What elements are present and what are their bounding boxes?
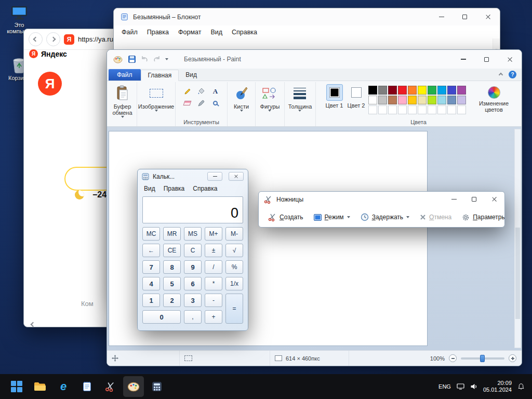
palette-color-cell[interactable] bbox=[437, 86, 446, 95]
calc-key[interactable]: + bbox=[205, 310, 222, 324]
palette-color-cell[interactable] bbox=[408, 96, 417, 104]
image-group[interactable]: Изображение bbox=[137, 82, 176, 126]
palette-color-cell[interactable] bbox=[418, 96, 427, 104]
delay-button[interactable]: Задержать bbox=[355, 209, 415, 225]
menu-format[interactable]: Формат bbox=[174, 27, 206, 37]
calc-key[interactable]: 5 bbox=[163, 277, 181, 290]
start-button[interactable] bbox=[6, 376, 27, 397]
calc-key[interactable]: 0 bbox=[142, 310, 181, 324]
palette-color-cell[interactable] bbox=[437, 96, 446, 104]
calc-key[interactable]: 4 bbox=[142, 277, 160, 290]
palette-color-cell[interactable] bbox=[368, 105, 377, 114]
menu-edit[interactable]: Правка bbox=[159, 183, 189, 195]
menu-help[interactable]: Справка bbox=[189, 183, 221, 195]
calc-key[interactable]: ± bbox=[205, 244, 222, 257]
palette-color-cell[interactable] bbox=[378, 105, 387, 114]
menu-edit[interactable]: Правка bbox=[142, 27, 174, 37]
palette-color-cell[interactable] bbox=[457, 86, 466, 95]
options-button[interactable]: Параметры bbox=[457, 209, 505, 225]
yandex-big-logo[interactable]: Я bbox=[38, 72, 62, 96]
close-button[interactable] bbox=[476, 8, 500, 25]
paint-vertical-scrollbar[interactable] bbox=[514, 129, 521, 348]
tab-file[interactable]: Файл bbox=[109, 69, 141, 81]
palette-color-cell[interactable] bbox=[447, 96, 456, 104]
calc-key[interactable]: 8 bbox=[163, 260, 181, 274]
qat-dropdown-icon[interactable] bbox=[165, 58, 168, 60]
calc-key[interactable]: , bbox=[184, 310, 202, 324]
taskbar-snipping-tool[interactable] bbox=[100, 376, 121, 397]
tab-home[interactable]: Главная bbox=[141, 70, 179, 81]
edit-colors-button[interactable]: Изменение цветов bbox=[475, 84, 513, 113]
taskbar-notepad[interactable] bbox=[76, 376, 97, 397]
color-picker-tool[interactable] bbox=[194, 97, 208, 109]
close-button[interactable] bbox=[498, 50, 522, 69]
calc-key[interactable]: M- bbox=[225, 227, 243, 241]
maximize-button[interactable] bbox=[464, 192, 484, 207]
maximize-button[interactable] bbox=[475, 50, 498, 69]
browser-forward-button[interactable] bbox=[46, 32, 60, 46]
taskbar-calculator[interactable] bbox=[147, 376, 167, 397]
minimize-button[interactable] bbox=[430, 8, 453, 25]
palette-color-cell[interactable] bbox=[388, 96, 397, 104]
taskbar-paint[interactable] bbox=[123, 376, 144, 397]
color1-button[interactable]: Цвет 1 bbox=[325, 84, 344, 109]
palette-color-cell[interactable] bbox=[418, 86, 427, 95]
browser-back-button[interactable] bbox=[29, 32, 43, 46]
palette-color-cell[interactable] bbox=[368, 96, 377, 104]
calc-key[interactable]: / bbox=[205, 260, 222, 274]
pencil-tool[interactable] bbox=[180, 85, 194, 97]
menu-help[interactable]: Справка bbox=[227, 27, 262, 37]
zoom-out-button[interactable] bbox=[449, 354, 457, 362]
calc-key[interactable]: C bbox=[184, 244, 202, 257]
calc-key[interactable]: * bbox=[205, 277, 222, 290]
calc-key[interactable]: 9 bbox=[184, 260, 202, 274]
palette-color-cell[interactable] bbox=[368, 86, 377, 95]
taskbar-file-explorer[interactable] bbox=[30, 376, 50, 397]
menu-view[interactable]: Вид bbox=[140, 183, 159, 195]
notification-bell-icon[interactable] bbox=[517, 383, 525, 390]
magnifier-tool[interactable] bbox=[208, 97, 222, 109]
calc-key[interactable]: 2 bbox=[163, 294, 181, 307]
palette-color-cell[interactable] bbox=[428, 86, 436, 95]
palette-color-cell[interactable] bbox=[428, 96, 436, 104]
palette-color-cell[interactable] bbox=[388, 86, 397, 95]
calc-key[interactable]: = bbox=[225, 294, 243, 324]
palette-color-cell[interactable] bbox=[437, 105, 446, 114]
speaker-icon[interactable] bbox=[470, 383, 477, 390]
calc-key[interactable]: 3 bbox=[184, 294, 202, 307]
palette-color-cell[interactable] bbox=[408, 86, 417, 95]
redo-icon[interactable] bbox=[153, 56, 161, 63]
eraser-tool[interactable] bbox=[180, 97, 194, 109]
tab-view[interactable]: Вид bbox=[179, 69, 204, 81]
minimize-button[interactable] bbox=[207, 172, 222, 181]
palette-color-cell[interactable] bbox=[378, 86, 387, 95]
text-tool[interactable]: A bbox=[208, 85, 222, 97]
palette-color-cell[interactable] bbox=[447, 105, 456, 114]
palette-color-cell[interactable] bbox=[378, 96, 387, 104]
menu-file[interactable]: Файл bbox=[117, 27, 142, 37]
calc-key[interactable]: MR bbox=[163, 227, 181, 241]
calc-key[interactable]: - bbox=[205, 294, 222, 307]
save-icon[interactable] bbox=[128, 55, 136, 63]
palette-color-cell[interactable] bbox=[418, 105, 427, 114]
calc-key[interactable]: 7 bbox=[142, 260, 160, 274]
zoom-slider[interactable] bbox=[461, 357, 504, 360]
calc-key[interactable]: MC bbox=[142, 227, 160, 241]
taskbar-clock[interactable]: 20:09 05.01.2024 bbox=[483, 380, 512, 393]
palette-color-cell[interactable] bbox=[388, 105, 397, 114]
menu-view[interactable]: Вид bbox=[206, 27, 227, 37]
palette-color-cell[interactable] bbox=[428, 105, 436, 114]
thickness-group[interactable]: Толщина bbox=[285, 82, 316, 126]
scroll-left-icon[interactable] bbox=[31, 319, 35, 327]
undo-icon[interactable] bbox=[140, 56, 149, 63]
calc-key[interactable]: M+ bbox=[205, 227, 222, 241]
palette-color-cell[interactable] bbox=[408, 105, 417, 114]
calc-key[interactable]: √ bbox=[225, 244, 243, 257]
calc-key[interactable]: CE bbox=[163, 244, 181, 257]
browser-address-bar[interactable]: https://ya.ru/ bbox=[78, 35, 115, 43]
mode-button[interactable]: Режим bbox=[309, 209, 355, 225]
cancel-button[interactable]: Отмена bbox=[415, 209, 457, 225]
calc-key[interactable]: 1/x bbox=[225, 277, 243, 290]
help-icon[interactable]: ? bbox=[509, 71, 516, 78]
calc-key[interactable]: ← bbox=[142, 244, 160, 257]
